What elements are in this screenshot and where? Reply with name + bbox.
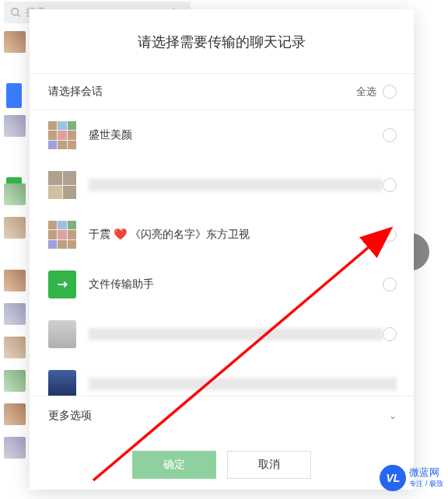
select-all-radio[interactable]: [383, 85, 397, 99]
modal-footer: 确定 取消: [30, 435, 414, 490]
chat-name: 盛世美颜: [89, 128, 383, 142]
sidebar-chat-item[interactable]: [4, 337, 26, 358]
avatar-icon: [48, 370, 76, 396]
sidebar-chat-item[interactable]: [4, 31, 26, 53]
sidebar-chat-item[interactable]: [4, 403, 26, 425]
avatar-icon: [48, 320, 76, 348]
chat-name: [89, 328, 383, 340]
watermark-brand: 微蓝网: [409, 467, 443, 478]
modal-title: 请选择需要传输的聊天记录: [30, 9, 414, 73]
more-options-button[interactable]: 更多选项 ⌄: [30, 396, 414, 435]
file-transfer-icon: [48, 270, 76, 298]
chat-name: [89, 179, 383, 191]
watermark: VL 微蓝网 专注 / 极致: [380, 465, 443, 491]
chat-select-radio[interactable]: [383, 327, 397, 341]
sidebar-chat-item[interactable]: [4, 437, 26, 459]
section-header: 请选择会话 全选: [30, 73, 414, 110]
sidebar-chat-item[interactable]: [4, 370, 26, 392]
sidebar-chat-item[interactable]: [4, 217, 26, 239]
chat-select-radio[interactable]: [383, 178, 397, 192]
select-all-label: 全选: [356, 85, 376, 99]
chat-item[interactable]: 文件传输助手: [30, 260, 414, 309]
chat-item[interactable]: [30, 160, 414, 210]
sidebar-chat-item[interactable]: [4, 115, 26, 137]
select-all-button[interactable]: 全选: [356, 85, 397, 99]
watermark-logo: VL: [380, 465, 406, 491]
chat-name: 文件传输助手: [89, 277, 383, 291]
group-avatar-icon: [48, 221, 76, 249]
sidebar-chat-list: [4, 31, 26, 470]
svg-point-0: [12, 9, 19, 16]
chat-select-radio[interactable]: [383, 128, 397, 142]
group-avatar-icon: [48, 171, 76, 199]
chat-list: 盛世美颜 于震 ❤️ 《闪亮的名字》东方卫视 文件传输助手: [30, 110, 414, 396]
watermark-sub: 专注 / 极致: [409, 479, 443, 489]
chat-name: [89, 378, 397, 390]
group-avatar-icon: [48, 121, 76, 149]
chat-item[interactable]: [30, 359, 414, 396]
chat-item[interactable]: [30, 309, 414, 359]
cancel-button[interactable]: 取消: [227, 451, 311, 479]
sidebar-chat-item[interactable]: [4, 183, 26, 205]
confirm-button[interactable]: 确定: [132, 451, 216, 479]
chat-name: 于震 ❤️ 《闪亮的名字》东方卫视: [89, 228, 383, 242]
sidebar-chat-item[interactable]: [4, 303, 26, 325]
transfer-chat-modal: 请选择需要传输的聊天记录 请选择会话 全选 盛世美颜 于震 ❤️ 《闪亮的名字》…: [30, 9, 414, 490]
select-session-label: 请选择会话: [48, 85, 103, 99]
chat-select-radio[interactable]: [383, 228, 397, 242]
chat-item[interactable]: 盛世美颜: [30, 110, 414, 160]
chevron-down-icon: ⌄: [389, 410, 397, 421]
more-options-label: 更多选项: [48, 409, 92, 423]
svg-line-1: [18, 15, 20, 17]
sidebar-chat-item[interactable]: [4, 270, 26, 291]
search-icon: [10, 7, 21, 18]
chat-select-radio[interactable]: [383, 277, 397, 291]
chat-item[interactable]: 于震 ❤️ 《闪亮的名字》东方卫视: [30, 210, 414, 260]
